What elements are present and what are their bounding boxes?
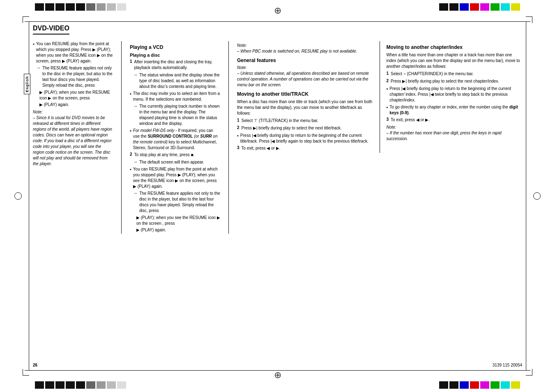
chapter-bullet-text-2: To go directly to any chapter or index, …: [389, 104, 522, 116]
bar-block: [439, 381, 448, 389]
note-text-left: – Since it is usual for DVD movies to be…: [33, 115, 113, 167]
chapter-num-text-2: Press ▶| briefly during play to select t…: [391, 78, 499, 84]
bar-block-yellow: [511, 381, 520, 389]
bar-block: [55, 3, 64, 11]
track-number-text: The currently playing track number is sh…: [139, 104, 220, 127]
bullet-item-resume-mid: • You can RESUME play from the point at …: [130, 166, 220, 189]
bar-block: [117, 381, 126, 389]
bar-block-blue: [460, 381, 469, 389]
chapter-bullet-text-1: Press |◀ briefly during play to return t…: [389, 86, 522, 103]
left-column: • You can RESUME play from the point at …: [33, 41, 113, 234]
bar-block-blue: [460, 3, 469, 11]
sub-arrow-play: ▶ (PLAY); when you see the RESUME icon ▶…: [33, 90, 113, 101]
chapter-para: When a title has more than one chapter o…: [387, 52, 523, 69]
chapter-numbered-1: 1 Select ○ (CHAPTER/INDEX) in the menu b…: [387, 71, 523, 77]
right-bullet-1: • Press |◀ briefly during play to return…: [237, 133, 373, 144]
right-inner-columns: Note: – When PBC mode is switched on, RE…: [237, 41, 522, 153]
mid-column: Playing a VCD Playing a disc 1 After ins…: [130, 41, 220, 234]
bottom-bar-left-blocks: [35, 381, 126, 389]
divider-mid-right: [228, 41, 229, 234]
reg-mark-top-right: [526, 16, 532, 23]
arrow-symbol-2: →: [133, 72, 138, 90]
section-heading-move-title: Moving to another title/TRACK: [237, 91, 373, 97]
arrow-symbol-3: →: [133, 104, 138, 127]
bar-block: [45, 381, 54, 389]
chapter-num-1: 1: [387, 71, 389, 77]
bar-block: [449, 3, 458, 11]
chapter-numbered-3: 3 To exit, press ◀ or ▶.: [387, 117, 523, 123]
page-title: DVD-VIDEO: [33, 25, 69, 35]
bottom-bar: [0, 371, 555, 392]
page-number: 26: [33, 363, 37, 367]
bar-block-green: [491, 3, 500, 11]
top-bar: ⊕: [0, 0, 555, 21]
reg-mark-top-left: [23, 16, 29, 23]
bullet-item-menu: • The disc may invite you to select an i…: [130, 91, 220, 102]
divider-right-inner: [380, 41, 380, 153]
right-numbered-2: 2 Press ▶| briefly during play to select…: [237, 125, 373, 131]
note-text-rl: – When PBC mode is switched on, RESUME p…: [237, 48, 373, 54]
reg-circle-right: [533, 192, 541, 200]
bar-block: [449, 381, 458, 389]
chapter-bullet-2: • To go directly to any chapter or index…: [387, 104, 523, 116]
arrow-default-screen: → The default screen will then appear.: [130, 159, 220, 165]
right-columns: Note: – When PBC mode is switched on, RE…: [237, 41, 522, 234]
right-left-column: Note: – When PBC mode is switched on, RE…: [237, 41, 373, 153]
bar-block: [86, 381, 95, 389]
reg-circle-left: [14, 192, 22, 200]
bullet-item-surround: • For model FW-D5 only - If required, yo…: [130, 128, 220, 151]
bar-block: [55, 381, 64, 389]
main-content: DVD-VIDEO English • You can RESUME play …: [33, 25, 522, 367]
bar-block-magenta: [480, 381, 489, 389]
bar-block-red: [470, 3, 479, 11]
resume-feature-arrow: → The RESUME feature applies not only to…: [33, 65, 113, 88]
top-border-line: [25, 21, 530, 22]
chapter-num-2: 2: [387, 78, 389, 84]
bar-block: [117, 3, 126, 11]
right-num-text-2: Press ▶| briefly during play to select t…: [242, 125, 342, 131]
right-numbered-3: 3 To exit, press ◀ or ▶.: [237, 145, 373, 151]
item-number-1: 1: [130, 59, 132, 71]
section-heading-chapter: Moving to another chapter/index: [387, 44, 523, 50]
bar-block: [66, 381, 75, 389]
item-text-1: After inserting the disc and closing the…: [134, 59, 220, 71]
sub-arrow-play2: ▶ (PLAY) again.: [33, 102, 113, 108]
right-num-text-1: Select ⊤ (TITLE/TRACK) in the menu bar.: [242, 118, 318, 124]
bar-block: [76, 3, 85, 11]
arrow-track-number: → The currently playing track number is …: [130, 104, 220, 127]
bar-block: [76, 381, 85, 389]
bar-block: [97, 3, 106, 11]
move-title-para: When a disc has more than one title or t…: [237, 99, 373, 116]
bar-block-green: [491, 381, 500, 389]
english-sidebar-label: English: [24, 74, 30, 95]
bar-block: [86, 3, 95, 11]
sub-arrow-play2-text: ▶ (PLAY) again.: [39, 102, 69, 108]
bar-block-cyan: [501, 3, 510, 11]
arrow-resume-feature-mid: → The RESUME feature applies not only to…: [130, 191, 220, 214]
surround-text: For model FW-D5 only - If required, you …: [133, 128, 220, 151]
resume-feature-mid-text: The RESUME feature applies not only to t…: [139, 191, 220, 214]
bullet-symbol-4: •: [130, 167, 131, 189]
bar-block-yellow: [511, 3, 520, 11]
note-label-rl: Note:: [237, 43, 373, 48]
chapter-bullet-sym-1: •: [387, 86, 388, 103]
right-num-text-3: To exit, press ◀ or ▶.: [242, 145, 281, 151]
bar-block: [439, 3, 448, 11]
divider-left-mid: [121, 41, 122, 234]
chapter-numbered-2: 2 Press ▶| briefly during play to select…: [387, 78, 523, 84]
page-right-line: [526, 21, 526, 371]
right-bullet-sym-1: •: [237, 133, 239, 144]
content-columns: • You can RESUME play from the point at …: [33, 41, 522, 234]
bar-block: [45, 3, 54, 11]
center-registration-mark: ⊕: [274, 5, 281, 16]
menu-text: The disc may invite you to select an ite…: [133, 91, 220, 102]
top-bar-right-blocks: [439, 3, 520, 11]
sub-arrow-mid-1-text: ▶ (PLAY); when you see the RESUME icon ▶…: [136, 215, 220, 226]
right-num-1: 1: [237, 118, 240, 124]
doc-number: 3139 115 20054: [493, 363, 522, 367]
note-text-chapter: – If the number has more than one digit,…: [387, 130, 523, 142]
chapter-num-text-1: Select ○ (CHAPTER/INDEX) in the menu bar…: [391, 71, 474, 77]
bar-block-cyan: [501, 381, 510, 389]
arrow-symbol-4: →: [133, 159, 138, 165]
arrow-symbol: →: [36, 65, 41, 88]
